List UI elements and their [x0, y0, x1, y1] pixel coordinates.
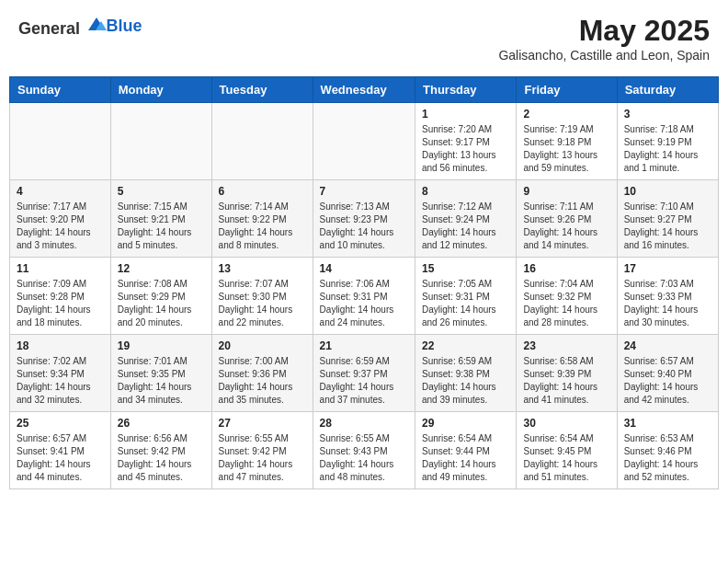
day-of-week-header: Monday [110, 77, 211, 103]
day-number: 9 [523, 185, 609, 198]
calendar-cell: 13Sunrise: 7:07 AMSunset: 9:30 PMDayligh… [211, 258, 313, 335]
calendar-cell: 2Sunrise: 7:19 AMSunset: 9:18 PMDaylight… [517, 103, 617, 180]
day-info: Sunrise: 7:20 AMSunset: 9:17 PMDaylight:… [422, 123, 509, 175]
day-info: Sunrise: 6:55 AMSunset: 9:42 PMDaylight:… [219, 432, 306, 484]
day-info: Sunrise: 7:15 AMSunset: 9:21 PMDaylight:… [118, 201, 205, 252]
day-info: Sunrise: 7:06 AMSunset: 9:31 PMDaylight:… [320, 278, 408, 329]
calendar-cell: 21Sunrise: 6:59 AMSunset: 9:37 PMDayligh… [313, 335, 415, 412]
day-info: Sunrise: 7:12 AMSunset: 9:24 PMDaylight:… [422, 201, 509, 252]
calendar-cell: 16Sunrise: 7:04 AMSunset: 9:32 PMDayligh… [517, 258, 617, 335]
day-number: 6 [219, 185, 306, 198]
day-number: 10 [624, 185, 711, 198]
day-number: 26 [118, 417, 205, 430]
day-number: 31 [624, 417, 711, 430]
calendar-cell: 3Sunrise: 7:18 AMSunset: 9:19 PMDaylight… [617, 103, 718, 180]
day-number: 5 [118, 185, 205, 198]
day-info: Sunrise: 7:07 AMSunset: 9:30 PMDaylight:… [219, 278, 306, 329]
calendar: SundayMondayTuesdayWednesdayThursdayFrid… [9, 76, 719, 489]
day-info: Sunrise: 7:17 AMSunset: 9:20 PMDaylight:… [17, 201, 104, 252]
header: General Blue May 2025 Galisancho, Castil… [9, 9, 719, 67]
day-info: Sunrise: 7:00 AMSunset: 9:36 PMDaylight:… [219, 355, 306, 407]
day-number: 22 [422, 339, 509, 352]
day-number: 16 [523, 262, 609, 275]
day-number: 24 [624, 339, 711, 352]
day-number: 21 [320, 339, 408, 352]
calendar-cell: 19Sunrise: 7:01 AMSunset: 9:35 PMDayligh… [110, 335, 211, 412]
day-info: Sunrise: 7:08 AMSunset: 9:29 PMDaylight:… [118, 278, 205, 329]
day-number: 3 [624, 108, 711, 121]
day-number: 20 [219, 339, 306, 352]
calendar-cell: 29Sunrise: 6:54 AMSunset: 9:44 PMDayligh… [415, 412, 517, 489]
day-number: 18 [17, 339, 104, 352]
calendar-cell: 10Sunrise: 7:10 AMSunset: 9:27 PMDayligh… [617, 180, 718, 258]
day-number: 25 [17, 417, 104, 430]
logo: General Blue [18, 14, 142, 39]
day-info: Sunrise: 6:57 AMSunset: 9:41 PMDaylight:… [17, 432, 104, 484]
calendar-cell [211, 103, 313, 180]
day-info: Sunrise: 6:55 AMSunset: 9:43 PMDaylight:… [320, 432, 408, 484]
calendar-cell: 8Sunrise: 7:12 AMSunset: 9:24 PMDaylight… [415, 180, 517, 258]
calendar-cell: 9Sunrise: 7:11 AMSunset: 9:26 PMDaylight… [517, 180, 617, 258]
day-number: 8 [422, 185, 509, 198]
logo-blue: Blue [107, 17, 142, 35]
calendar-cell: 18Sunrise: 7:02 AMSunset: 9:34 PMDayligh… [10, 335, 111, 412]
day-number: 30 [523, 417, 609, 430]
day-number: 23 [523, 339, 609, 352]
day-number: 2 [523, 108, 609, 121]
day-info: Sunrise: 6:53 AMSunset: 9:46 PMDaylight:… [624, 432, 711, 484]
calendar-cell: 14Sunrise: 7:06 AMSunset: 9:31 PMDayligh… [313, 258, 415, 335]
day-number: 4 [17, 185, 104, 198]
calendar-cell [10, 103, 111, 180]
calendar-cell: 5Sunrise: 7:15 AMSunset: 9:21 PMDaylight… [110, 180, 211, 258]
day-number: 15 [422, 262, 509, 275]
calendar-cell: 22Sunrise: 6:59 AMSunset: 9:38 PMDayligh… [415, 335, 517, 412]
day-number: 29 [422, 417, 509, 430]
day-of-week-header: Friday [517, 77, 617, 103]
calendar-cell: 4Sunrise: 7:17 AMSunset: 9:20 PMDaylight… [10, 180, 111, 258]
day-of-week-header: Tuesday [211, 77, 313, 103]
day-info: Sunrise: 6:59 AMSunset: 9:38 PMDaylight:… [422, 355, 509, 407]
day-info: Sunrise: 6:54 AMSunset: 9:44 PMDaylight:… [422, 432, 509, 484]
calendar-cell [313, 103, 415, 180]
calendar-week-row: 18Sunrise: 7:02 AMSunset: 9:34 PMDayligh… [10, 335, 719, 412]
day-number: 7 [320, 185, 408, 198]
calendar-cell: 31Sunrise: 6:53 AMSunset: 9:46 PMDayligh… [617, 412, 718, 489]
day-info: Sunrise: 6:56 AMSunset: 9:42 PMDaylight:… [118, 432, 205, 484]
day-info: Sunrise: 7:02 AMSunset: 9:34 PMDaylight:… [17, 355, 104, 407]
day-info: Sunrise: 7:13 AMSunset: 9:23 PMDaylight:… [320, 201, 408, 252]
day-info: Sunrise: 7:04 AMSunset: 9:32 PMDaylight:… [523, 278, 609, 329]
day-of-week-header: Wednesday [313, 77, 415, 103]
day-number: 11 [17, 262, 104, 275]
calendar-week-row: 4Sunrise: 7:17 AMSunset: 9:20 PMDaylight… [10, 180, 719, 258]
calendar-cell: 1Sunrise: 7:20 AMSunset: 9:17 PMDaylight… [415, 103, 517, 180]
day-info: Sunrise: 7:05 AMSunset: 9:31 PMDaylight:… [422, 278, 509, 329]
day-info: Sunrise: 6:58 AMSunset: 9:39 PMDaylight:… [523, 355, 609, 407]
day-of-week-header: Thursday [415, 77, 517, 103]
calendar-header-row: SundayMondayTuesdayWednesdayThursdayFrid… [10, 77, 719, 103]
month-title: May 2025 [498, 14, 710, 48]
day-of-week-header: Saturday [617, 77, 718, 103]
day-number: 1 [422, 108, 509, 121]
logo-general: General [18, 19, 80, 38]
day-info: Sunrise: 7:14 AMSunset: 9:22 PMDaylight:… [219, 201, 306, 252]
calendar-cell: 23Sunrise: 6:58 AMSunset: 9:39 PMDayligh… [517, 335, 617, 412]
day-info: Sunrise: 6:59 AMSunset: 9:37 PMDaylight:… [320, 355, 408, 407]
day-info: Sunrise: 7:09 AMSunset: 9:28 PMDaylight:… [17, 278, 104, 329]
calendar-cell: 26Sunrise: 6:56 AMSunset: 9:42 PMDayligh… [110, 412, 211, 489]
day-info: Sunrise: 7:19 AMSunset: 9:18 PMDaylight:… [523, 123, 609, 175]
day-number: 19 [118, 339, 205, 352]
calendar-cell: 15Sunrise: 7:05 AMSunset: 9:31 PMDayligh… [415, 258, 517, 335]
day-info: Sunrise: 6:57 AMSunset: 9:40 PMDaylight:… [624, 355, 711, 407]
day-info: Sunrise: 7:10 AMSunset: 9:27 PMDaylight:… [624, 201, 711, 252]
calendar-cell: 24Sunrise: 6:57 AMSunset: 9:40 PMDayligh… [617, 335, 718, 412]
calendar-cell: 12Sunrise: 7:08 AMSunset: 9:29 PMDayligh… [110, 258, 211, 335]
logo-icon [86, 14, 107, 34]
calendar-week-row: 1Sunrise: 7:20 AMSunset: 9:17 PMDaylight… [10, 103, 719, 180]
calendar-cell: 7Sunrise: 7:13 AMSunset: 9:23 PMDaylight… [313, 180, 415, 258]
day-number: 13 [219, 262, 306, 275]
title-area: May 2025 Galisancho, Castille and Leon, … [498, 14, 710, 63]
calendar-cell: 30Sunrise: 6:54 AMSunset: 9:45 PMDayligh… [517, 412, 617, 489]
calendar-cell [110, 103, 211, 180]
day-of-week-header: Sunday [10, 77, 111, 103]
day-number: 12 [118, 262, 205, 275]
